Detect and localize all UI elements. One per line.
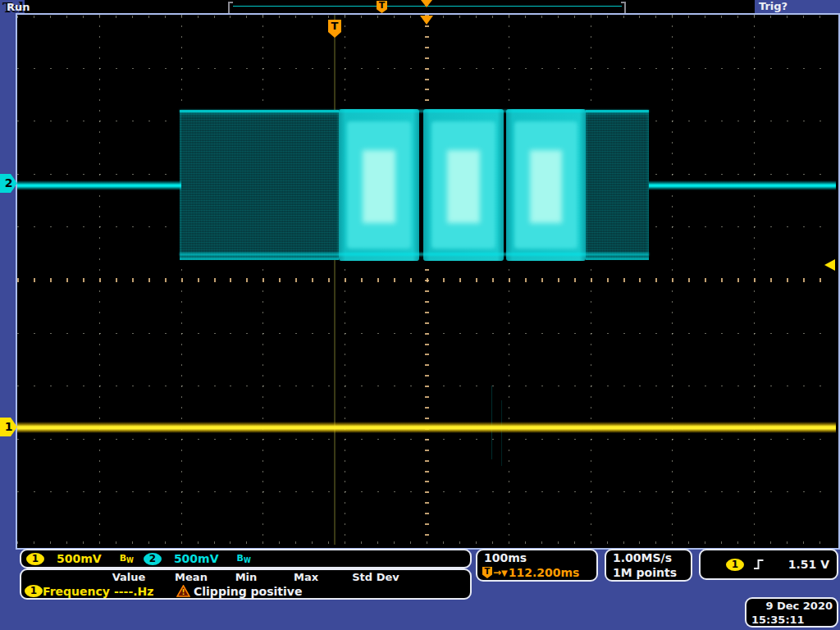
ch1-scale: 500mV: [57, 552, 102, 565]
ch1-badge: 1: [26, 553, 44, 565]
trigger-source-badge: 1: [726, 559, 744, 571]
record-view-expansion-icon: [421, 0, 432, 7]
meas-header-min: Min: [235, 571, 258, 583]
sample-rate: 1.00MS/s: [613, 551, 672, 564]
warning-text: Clipping positive: [194, 585, 302, 598]
ch2-bandwidth-icon: BW: [237, 553, 251, 564]
bw-letter: B: [120, 553, 126, 564]
meas-value: ----.Hz: [114, 585, 153, 598]
meas-header-mean: Mean: [175, 571, 208, 583]
record-length: 1M points: [613, 566, 677, 579]
ch1-bandwidth-icon: BW: [120, 553, 134, 564]
acquisition-readout-box: 1.00MS/s 1M points: [605, 549, 692, 582]
trigger-readout-box: 1 1.51 V: [699, 549, 838, 580]
ch2-position-flag: 2: [0, 174, 17, 193]
measurement-box: Value Mean Min Max Std Dev 1 Frequency -…: [20, 568, 472, 600]
ch2-scale: 500mV: [174, 552, 219, 565]
expansion-point-icon: [420, 16, 433, 25]
trigger-status: Trig?: [759, 0, 788, 12]
meas-channel-badge: 1: [25, 585, 43, 597]
datetime-box: 9 Dec 2020 15:35:11: [745, 597, 838, 628]
oscilloscope-screen: Tek Run Trig? T T 2 1 1 500mV BW 2 500mV…: [0, 0, 840, 630]
delay-triangle-icon: ▼: [501, 568, 508, 578]
horizontal-position: T→▼112.200ms: [482, 566, 579, 579]
horizontal-readout-box: 100ms T→▼112.200ms: [476, 549, 598, 582]
trigger-level: 1.51 V: [788, 558, 829, 571]
meas-name: Frequency: [43, 585, 110, 598]
vertical-readout-bar: 1 500mV BW 2 500mV BW: [20, 549, 472, 568]
bw-sub-letter: W: [244, 557, 251, 564]
measurement-row: 1 Frequency ----.Hz ! Clipping positive: [21, 584, 470, 600]
time-label: 15:35:11: [751, 614, 805, 626]
meas-header-max: Max: [294, 571, 318, 583]
meas-header-stddev: Std Dev: [352, 571, 399, 583]
trigger-t-icon: T: [482, 567, 492, 578]
acquisition-status: Run: [7, 1, 30, 13]
horizontal-scale: 100ms: [484, 551, 527, 564]
bw-letter: B: [237, 553, 244, 564]
horizontal-position-value: 112.200ms: [509, 566, 580, 579]
meas-header-value: Value: [112, 571, 146, 583]
ch2-badge: 2: [144, 553, 162, 565]
graticule: [16, 13, 840, 550]
warning-icon: !: [176, 585, 190, 600]
svg-text:!: !: [181, 588, 185, 596]
ch1-position-flag: 1: [0, 418, 17, 436]
date-label: 9 Dec 2020: [765, 600, 833, 612]
top-status-bar: [25, 0, 755, 14]
arrow-right-icon: →: [493, 567, 501, 578]
rising-edge-icon: [753, 558, 766, 574]
bw-sub-letter: W: [126, 557, 134, 564]
